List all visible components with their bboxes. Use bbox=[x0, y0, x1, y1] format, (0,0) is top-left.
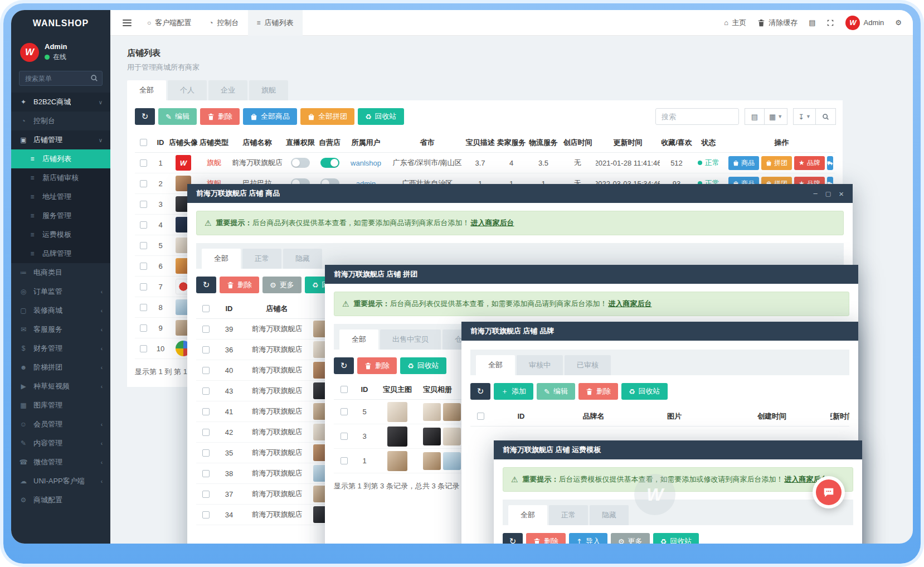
modal-header[interactable]: 前海万联旗舰店 店铺 拼团 bbox=[325, 265, 858, 284]
refresh-button[interactable]: ↻ bbox=[196, 277, 216, 293]
sidebar-item[interactable]: ▢ 装修商城 ‹ bbox=[11, 301, 110, 320]
row-checkbox[interactable] bbox=[140, 283, 147, 290]
recycle-bin-button[interactable]: ♻回收站 bbox=[653, 533, 699, 544]
sidebar-subitem[interactable]: 品牌管理 bbox=[11, 244, 110, 263]
chat-fab-button[interactable] bbox=[813, 476, 845, 508]
select-all-checkbox[interactable] bbox=[341, 386, 348, 393]
brand-button[interactable]: ★品牌 bbox=[794, 156, 825, 170]
user-menu[interactable]: W Admin bbox=[845, 16, 884, 30]
minimize-icon[interactable] bbox=[814, 189, 818, 198]
row-checkbox[interactable] bbox=[140, 324, 147, 332]
refresh-button[interactable]: ↻ bbox=[135, 108, 155, 125]
row-checkbox[interactable] bbox=[140, 345, 147, 352]
topnav-tab-dashboard[interactable]: ◔ 控制台 bbox=[200, 10, 247, 36]
edit-button[interactable]: ✎编辑 bbox=[537, 383, 575, 400]
topnav-tab-client-config[interactable]: ○ 客户端配置 bbox=[138, 10, 200, 36]
sidebar-item[interactable]: ◎ 订单监管 ‹ bbox=[11, 282, 110, 301]
tab-normal[interactable]: 正常 bbox=[549, 505, 588, 525]
freight-button[interactable] bbox=[827, 156, 833, 170]
tab-reviewed[interactable]: 已审核 bbox=[565, 355, 611, 375]
paste-filter-button[interactable]: ▤ bbox=[745, 108, 765, 125]
export-button[interactable]: ↧▼ bbox=[793, 108, 816, 125]
select-all-checkbox[interactable] bbox=[140, 139, 147, 146]
row-checkbox[interactable] bbox=[202, 326, 210, 333]
recycle-bin-button[interactable]: ♻回收站 bbox=[621, 383, 668, 400]
tab-on-sale[interactable]: 出售中宝贝 bbox=[380, 329, 441, 350]
sidebar-item[interactable]: $ 财务管理 ‹ bbox=[11, 339, 110, 358]
sidebar-item[interactable]: ▣ 店铺管理 ∨ bbox=[11, 130, 110, 149]
modal-header[interactable]: 前海万联旗舰店 店铺 品牌 bbox=[461, 322, 858, 341]
owner-user-link[interactable]: wanlshop bbox=[342, 159, 390, 167]
delete-button[interactable]: 删除 bbox=[220, 277, 259, 293]
user-settings-button[interactable]: ⚙ bbox=[895, 18, 902, 27]
sidebar-item[interactable]: ≔ 电商类目 bbox=[11, 263, 110, 282]
sidebar-item[interactable]: ⚙ 商城配置 bbox=[11, 491, 110, 510]
row-checkbox[interactable] bbox=[202, 470, 210, 477]
fullscreen-button[interactable] bbox=[826, 19, 834, 27]
merchant-backend-link[interactable]: 进入商家后台 bbox=[471, 219, 514, 227]
tab-all[interactable]: 全部 bbox=[339, 329, 378, 350]
goods-button[interactable]: 商品 bbox=[728, 156, 759, 170]
refresh-button[interactable]: ↻ bbox=[470, 383, 490, 400]
row-checkbox[interactable] bbox=[140, 242, 147, 249]
row-checkbox[interactable] bbox=[202, 491, 210, 498]
sidebar-item[interactable]: ☎ 微信管理 ‹ bbox=[11, 453, 110, 472]
sidebar-item[interactable]: ▶ 种草短视频 ‹ bbox=[11, 377, 110, 396]
sidebar-item[interactable]: ☻ 阶梯拼团 ‹ bbox=[11, 358, 110, 377]
refresh-button[interactable]: ↻ bbox=[334, 357, 354, 374]
import-button[interactable]: ↥导入 bbox=[569, 533, 607, 544]
sidebar-item[interactable]: ✉ 客服服务 ‹ bbox=[11, 320, 110, 339]
edit-button[interactable]: ✎编辑 bbox=[158, 108, 197, 125]
sidebar-item[interactable]: ☺ 会员管理 ‹ bbox=[11, 415, 110, 434]
search-submit-button[interactable] bbox=[816, 108, 836, 125]
row-checkbox[interactable] bbox=[202, 408, 210, 415]
topnav-tab-shop-list[interactable]: ≡ 店铺列表 bbox=[248, 10, 303, 36]
close-icon[interactable] bbox=[839, 189, 844, 198]
tab-all[interactable]: 全部 bbox=[202, 249, 241, 269]
modal-header[interactable]: 前海万联旗舰店 店铺 商品 bbox=[187, 184, 853, 203]
tab-normal[interactable]: 正常 bbox=[242, 249, 281, 269]
delete-button[interactable]: 删除 bbox=[578, 383, 618, 400]
row-checkbox[interactable] bbox=[140, 221, 147, 229]
tab-enterprise[interactable]: 企业 bbox=[208, 80, 247, 100]
refresh-button[interactable]: ↻ bbox=[503, 533, 523, 544]
menu-toggle-icon[interactable] bbox=[116, 10, 138, 36]
groupon-button[interactable]: 拼团 bbox=[761, 156, 792, 170]
add-button[interactable]: ＋添加 bbox=[494, 383, 533, 400]
sidebar-item[interactable]: ▦ 图库管理 bbox=[11, 396, 110, 415]
row-checkbox[interactable] bbox=[202, 367, 210, 374]
sidebar-subitem[interactable]: 地址管理 bbox=[11, 187, 110, 206]
row-checkbox[interactable] bbox=[341, 408, 348, 415]
row-checkbox[interactable] bbox=[202, 511, 210, 518]
all-groupon-button[interactable]: 全部拼团 bbox=[300, 108, 354, 125]
row-checkbox[interactable] bbox=[341, 433, 348, 440]
live-permission-toggle[interactable] bbox=[291, 158, 310, 168]
sidebar-subitem[interactable]: 店铺列表 bbox=[11, 149, 110, 168]
sidebar-subitem[interactable]: 运费模板 bbox=[11, 225, 110, 244]
columns-button[interactable]: ▦▼ bbox=[765, 108, 787, 125]
delete-button[interactable]: 删除 bbox=[357, 357, 397, 374]
tab-all[interactable]: 全部 bbox=[127, 80, 166, 100]
row-checkbox[interactable] bbox=[140, 304, 147, 311]
maximize-icon[interactable] bbox=[825, 189, 831, 198]
row-checkbox[interactable] bbox=[202, 449, 210, 457]
all-goods-button[interactable]: 全部商品 bbox=[243, 108, 297, 125]
tab-personal[interactable]: 个人 bbox=[168, 80, 207, 100]
row-checkbox[interactable] bbox=[341, 457, 348, 464]
delete-button[interactable]: 删除 bbox=[200, 108, 240, 125]
tab-all[interactable]: 全部 bbox=[476, 355, 515, 375]
sidebar-subitem[interactable]: 服务管理 bbox=[11, 206, 110, 225]
more-button[interactable]: ⚙更多 bbox=[611, 533, 650, 544]
sidebar-item[interactable]: ◔ 控制台 bbox=[11, 112, 110, 130]
sidebar-subitem[interactable]: 新店铺审核 bbox=[11, 168, 110, 187]
tab-hidden[interactable]: 隐藏 bbox=[283, 249, 322, 269]
home-button[interactable]: ⌂ 主页 bbox=[724, 18, 746, 28]
tab-hidden[interactable]: 隐藏 bbox=[590, 505, 629, 525]
modal-header[interactable]: 前海万联旗舰店 店铺 运费模板 bbox=[494, 440, 862, 459]
self-operated-toggle[interactable] bbox=[320, 158, 339, 168]
row-checkbox[interactable] bbox=[202, 346, 210, 353]
more-button[interactable]: ⚙更多 bbox=[262, 277, 301, 293]
select-all-checkbox[interactable] bbox=[477, 413, 484, 420]
tab-reviewing[interactable]: 审核中 bbox=[517, 355, 563, 375]
tab-all[interactable]: 全部 bbox=[508, 505, 547, 525]
